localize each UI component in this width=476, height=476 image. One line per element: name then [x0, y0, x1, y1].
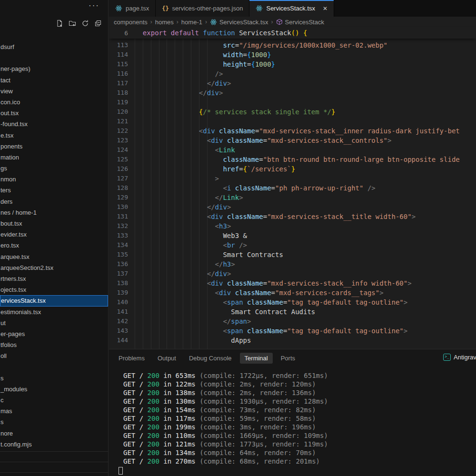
- sidebar-item[interactable]: ojects.tsx: [0, 284, 108, 295]
- panel-tab-output[interactable]: Output: [158, 355, 176, 362]
- code-line[interactable]: 122 <div className="mxd-services-stack__…: [109, 126, 476, 136]
- code-line[interactable]: 127 >: [109, 174, 476, 183]
- line-number: 125: [109, 155, 128, 164]
- sidebar-item[interactable]: nore: [0, 428, 108, 439]
- sidebar-item[interactable]: arqueeSection2.tsx: [0, 262, 108, 273]
- collapse-folders-icon[interactable]: [94, 19, 102, 28]
- terminal-line: GET / 200 in 130ms (compile: 1930µs, ren…: [123, 397, 476, 406]
- breadcrumb-separator: ›: [177, 19, 178, 25]
- sidebar-item[interactable]: ner-pages): [0, 63, 108, 74]
- sidebar-item[interactable]: mation: [0, 152, 108, 163]
- code-line[interactable]: 138 <div className="mxd-services-stack__…: [109, 278, 476, 288]
- sidebar-item[interactable]: tact: [0, 75, 108, 86]
- sidebar-item[interactable]: ero.tsx: [0, 240, 108, 251]
- code-line[interactable]: 124 <Link: [109, 145, 476, 155]
- code-line[interactable]: 129 </Link>: [109, 193, 476, 202]
- sidebar-item[interactable]: dsurf: [0, 41, 108, 52]
- sidebar-item[interactable]: e.tsx: [0, 130, 108, 141]
- sidebar-item[interactable]: ervicesStack.tsx: [0, 295, 108, 306]
- new-folder-icon[interactable]: [68, 19, 77, 28]
- sidebar-item[interactable]: out.tsx: [0, 108, 108, 119]
- editor-area: page.tsx{}services-other-pages.jsonServi…: [109, 0, 476, 476]
- code-line[interactable]: 141 Smart Contract Audits: [109, 307, 476, 317]
- new-file-icon[interactable]: [55, 19, 64, 28]
- code-line[interactable]: 115 height={1000}: [109, 60, 476, 69]
- sidebar-item[interactable]: ponents: [0, 141, 108, 152]
- code-line[interactable]: 130 </div>: [109, 202, 476, 212]
- code-line[interactable]: 137 </div>: [109, 269, 476, 278]
- code-line[interactable]: 126 href={`/services`}: [109, 164, 476, 174]
- sidebar-item[interactable]: arquee.tsx: [0, 251, 108, 262]
- code-line[interactable]: 121: [109, 117, 476, 126]
- code-line[interactable]: 136 </h3>: [109, 259, 476, 269]
- sidebar-item[interactable]: ut: [0, 317, 108, 328]
- sidebar-item[interactable]: oll: [0, 350, 108, 361]
- code-line[interactable]: 114 width={1000}: [109, 50, 476, 60]
- code-line[interactable]: 120 {/* services stack single item */}: [109, 107, 476, 117]
- sidebar-item[interactable]: nes / home-1: [0, 207, 108, 218]
- code-line[interactable]: 143 <span className="tag tag-default tag…: [109, 326, 476, 336]
- code-line[interactable]: 134 <br />: [109, 240, 476, 250]
- sidebar-item[interactable]: mas: [0, 406, 108, 416]
- sidebar-item[interactable]: rtners.tsx: [0, 273, 108, 284]
- breadcrumb-item[interactable]: homes: [155, 19, 174, 26]
- line-number: 142: [109, 317, 128, 326]
- code-editor[interactable]: 113 src="/img/services/1000x1000_ser-02.…: [109, 39, 476, 349]
- line-number: 140: [109, 298, 128, 307]
- sidebar-item[interactable]: view: [0, 86, 108, 97]
- code-line[interactable]: 135 Smart Contracts: [109, 250, 476, 259]
- code-line[interactable]: 133 Web3 &: [109, 231, 476, 240]
- code-line[interactable]: 116 />: [109, 69, 476, 79]
- code-line[interactable]: 119: [109, 98, 476, 107]
- sidebar-item[interactable]: s: [0, 416, 108, 427]
- sidebar-item[interactable]: t.config.mjs: [0, 439, 108, 450]
- sidebar-item[interactable]: c: [0, 395, 108, 406]
- code-line[interactable]: 132 <h3>: [109, 221, 476, 231]
- code-line[interactable]: 125 className="btn btn-round btn-round-l…: [109, 155, 476, 164]
- line-content: src="/img/services/1000x1000_ser-02.webp…: [128, 40, 387, 50]
- sidebar-item[interactable]: ders: [0, 196, 108, 207]
- tab-services-other-pages.json[interactable]: {}services-other-pages.json: [156, 0, 249, 17]
- panel-tab-problems[interactable]: Problems: [119, 355, 145, 362]
- code-line[interactable]: 113 src="/img/services/1000x1000_ser-02.…: [109, 40, 476, 50]
- sidebar-item[interactable]: ters: [0, 185, 108, 196]
- sidebar-item[interactable]: s: [0, 373, 108, 384]
- code-line[interactable]: 128 <i className="ph ph-arrow-up-right" …: [109, 183, 476, 193]
- tab-ServicesStack.tsx[interactable]: ServicesStack.tsx✕: [249, 0, 334, 17]
- code-line[interactable]: 123 <div className="mxd-services-stack__…: [109, 136, 476, 145]
- code-line[interactable]: 139 <div className="mxd-services-cards__…: [109, 288, 476, 298]
- breadcrumb-item[interactable]: ServicesStack.tsx: [210, 19, 268, 26]
- breadcrumb-item[interactable]: ServicesStack: [276, 19, 324, 26]
- panel-tab-ports[interactable]: Ports: [281, 355, 295, 362]
- code-line[interactable]: 117 </div>: [109, 79, 476, 88]
- tab-page.tsx[interactable]: page.tsx: [109, 0, 156, 17]
- sidebar-item[interactable]: con.ico: [0, 97, 108, 108]
- sidebar-item[interactable]: estimonials.tsx: [0, 307, 108, 317]
- code-line[interactable]: 144 dApps: [109, 336, 476, 345]
- sidebar-item[interactable]: evider.tsx: [0, 229, 108, 240]
- sidebar-item[interactable]: nmon: [0, 174, 108, 185]
- terminal-output[interactable]: GET / 200 in 653ms (compile: 1722µs, ren…: [109, 367, 476, 476]
- sidebar-item[interactable]: -found.tsx: [0, 119, 108, 129]
- close-icon[interactable]: ✕: [323, 5, 327, 12]
- refresh-icon[interactable]: [81, 19, 89, 28]
- sidebar-item[interactable]: [0, 52, 108, 63]
- sidebar-item[interactable]: _modules: [0, 384, 108, 395]
- sidebar-item[interactable]: [0, 361, 108, 372]
- sidebar-item[interactable]: er-pages: [0, 328, 108, 339]
- panel-tab-terminal[interactable]: Terminal: [240, 353, 273, 364]
- code-line[interactable]: 131 <div className="mxd-services-stack__…: [109, 212, 476, 221]
- code-line[interactable]: 142 </span>: [109, 317, 476, 326]
- line-number: 115: [109, 60, 128, 69]
- more-actions-button[interactable]: ···: [89, 1, 99, 10]
- breadcrumb[interactable]: components›homes›home-1›ServicesStack.ts…: [109, 17, 476, 27]
- panel-tab-debug-console[interactable]: Debug Console: [189, 355, 232, 362]
- sidebar-item[interactable]: gs: [0, 163, 108, 174]
- code-line[interactable]: 140 <span className="tag tag-default tag…: [109, 298, 476, 307]
- code-line[interactable]: 118 </div>: [109, 88, 476, 98]
- breadcrumb-item[interactable]: components: [114, 19, 148, 26]
- sidebar-item[interactable]: tfolios: [0, 339, 108, 350]
- sticky-scroll-line[interactable]: 6 export default function ServicesStack(…: [109, 27, 476, 39]
- sidebar-item[interactable]: bout.tsx: [0, 218, 108, 229]
- breadcrumb-item[interactable]: home-1: [181, 19, 202, 26]
